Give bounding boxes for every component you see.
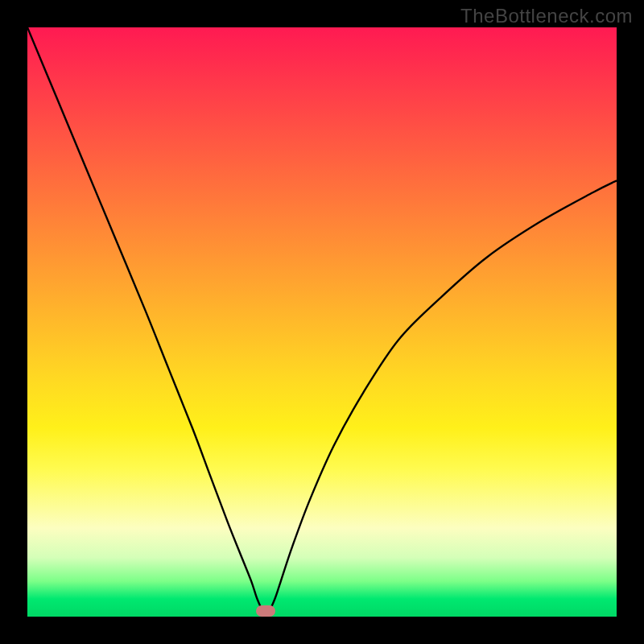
minimum-marker: [256, 605, 275, 617]
plot-area: [27, 27, 617, 617]
chart-frame: TheBottleneck.com: [0, 0, 644, 644]
watermark-text: TheBottleneck.com: [460, 5, 633, 27]
bottleneck-curve-line: [27, 27, 617, 613]
curve-svg: [27, 27, 617, 617]
